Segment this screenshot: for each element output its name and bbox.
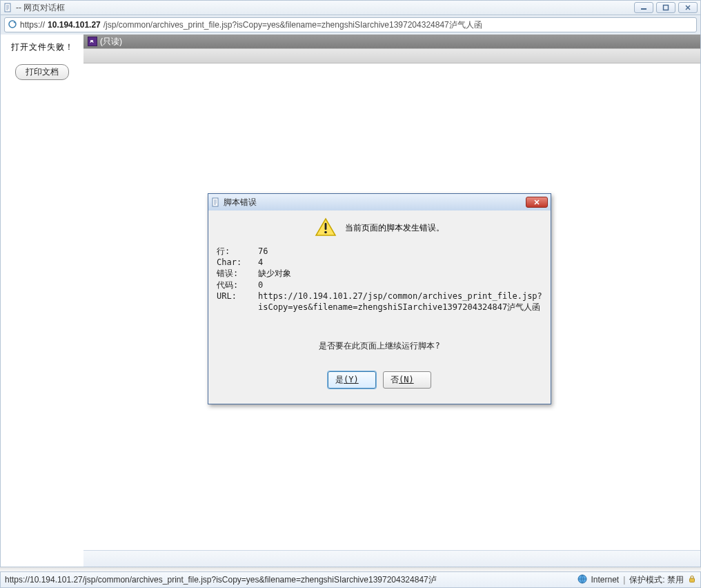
address-bar[interactable]: https://10.194.101.27/jsp/common/archive… (4, 17, 697, 32)
code-value: 0 (258, 280, 542, 291)
document-icon (3, 3, 13, 12)
url-value: https://10.194.101.27/jsp/common/archive… (258, 291, 542, 313)
yes-button[interactable]: 是(Y) (328, 371, 376, 389)
dialog-body: 当前页面的脚本发生错误。 行:76 Char:4 错误:缺少对象 代码:0 UR… (208, 210, 551, 404)
url-label: URL: (217, 291, 258, 313)
status-url: https://10.194.101.27/jsp/common/archive… (5, 574, 573, 586)
dialog-title: 脚本错误 (224, 197, 257, 208)
char-value: 4 (258, 257, 542, 268)
svg-point-3 (9, 21, 16, 28)
dialog-question: 是否要在此页面上继续运行脚本? (217, 340, 542, 352)
url-scheme: https:// (20, 20, 45, 30)
dialog-titlebar[interactable]: 脚本错误 (208, 194, 551, 210)
status-bar: https://10.194.101.27/jsp/common/archive… (0, 571, 701, 588)
error-value: 缺少对象 (258, 268, 542, 279)
yes-label: 是 (335, 375, 344, 384)
svg-rect-2 (664, 6, 669, 10)
window-titlebar: -- 网页对话框 (0, 0, 701, 15)
no-label: 否 (391, 375, 399, 384)
no-hotkey: (N) (399, 375, 414, 384)
no-button[interactable]: 否(N) (383, 371, 431, 389)
print-document-button[interactable]: 打印文档 (15, 64, 69, 80)
maximize-button[interactable] (656, 2, 675, 13)
protected-mode: 保护模式: 禁用 (629, 574, 684, 586)
globe-icon (577, 574, 587, 586)
url-host: 10.194.101.27 (48, 20, 101, 30)
dialog-details: 行:76 Char:4 错误:缺少对象 代码:0 URL:https://10.… (217, 246, 542, 313)
dialog-header-row: 当前页面的脚本发生错误。 (217, 217, 542, 239)
warning-icon (315, 217, 337, 239)
readonly-label: (只读) (100, 36, 122, 48)
yes-hotkey: (Y) (344, 375, 359, 384)
status-separator: | (623, 575, 625, 585)
lock-icon (688, 575, 696, 585)
svg-rect-5 (213, 198, 218, 206)
dialog-buttons: 是(Y) 否(N) (217, 371, 542, 389)
security-zone: Internet (591, 575, 620, 585)
svg-rect-0 (5, 3, 10, 12)
window-controls (634, 2, 698, 13)
line-value: 76 (258, 246, 542, 257)
dialog-message: 当前页面的脚本发生错误。 (345, 222, 444, 234)
dialog-close-button[interactable] (526, 197, 548, 208)
svg-rect-1 (641, 8, 646, 10)
url-path: /jsp/common/archives_print_file.jsp?isCo… (103, 19, 482, 31)
svg-rect-6 (325, 223, 327, 230)
viewer-toolbar: (只读) (83, 35, 700, 48)
viewer-infobar (83, 48, 700, 63)
close-window-button[interactable] (678, 2, 698, 13)
main-area: 打开文件失败！ 打印文档 (只读) 脚本错误 (0, 35, 701, 567)
window-title: -- 网页对话框 (16, 2, 65, 14)
dialog-document-icon (211, 197, 221, 207)
svg-point-7 (324, 231, 327, 234)
open-file-failed-text: 打开文件失败！ (5, 41, 79, 53)
error-label: 错误: (217, 268, 258, 279)
reload-icon (8, 19, 17, 31)
left-panel: 打开文件失败！ 打印文档 (1, 35, 83, 567)
script-error-dialog: 脚本错误 当前页面的脚本发生错误。 行:76 Char:4 错误:缺少对象 代码… (208, 193, 551, 404)
svg-rect-9 (690, 578, 695, 582)
line-label: 行: (217, 246, 258, 257)
app-icon (88, 37, 97, 46)
progress-bar-area (83, 550, 700, 567)
code-label: 代码: (217, 280, 258, 291)
minimize-button[interactable] (634, 2, 653, 13)
char-label: Char: (217, 257, 258, 268)
address-bar-wrap: https://10.194.101.27/jsp/common/archive… (0, 15, 701, 35)
